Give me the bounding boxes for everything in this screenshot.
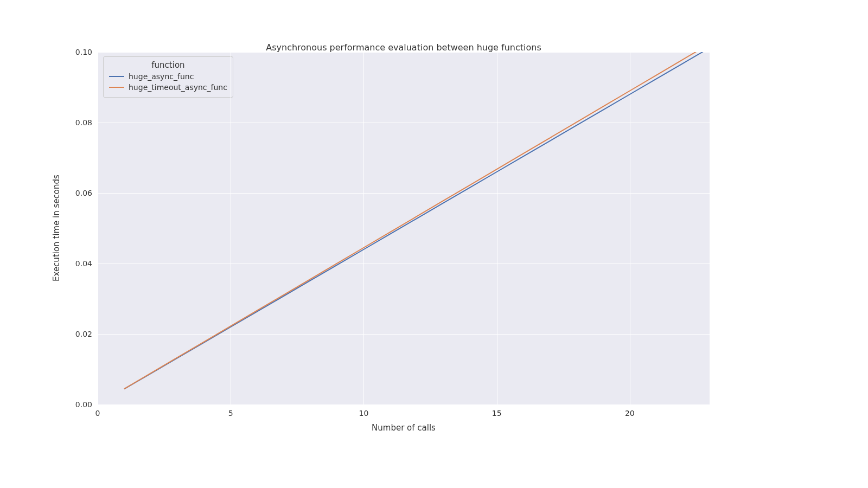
- y-tick-label: 0.02: [75, 330, 92, 338]
- chart-title: Asynchronous performance evaluation betw…: [98, 42, 710, 53]
- x-tick-label: 20: [625, 409, 635, 418]
- series-layer: [98, 52, 710, 404]
- y-axis-label: Execution time in seconds: [52, 52, 61, 404]
- x-tick-label: 5: [228, 409, 233, 418]
- x-tick-label: 15: [492, 409, 502, 418]
- y-tick-label: 0.06: [75, 189, 92, 197]
- y-tick-label: 0.04: [75, 259, 92, 268]
- series-line: [124, 44, 710, 389]
- x-tick-label: 10: [359, 409, 369, 418]
- grid-line-horizontal: [98, 404, 710, 405]
- y-tick-label: 0.08: [75, 118, 92, 127]
- series-line: [124, 48, 710, 389]
- chart-figure: Asynchronous performance evaluation betw…: [0, 0, 868, 488]
- x-tick-label: 0: [95, 409, 100, 418]
- y-tick-label: 0.00: [75, 400, 92, 409]
- y-tick-label: 0.10: [75, 48, 92, 56]
- x-axis-label: Number of calls: [98, 423, 710, 433]
